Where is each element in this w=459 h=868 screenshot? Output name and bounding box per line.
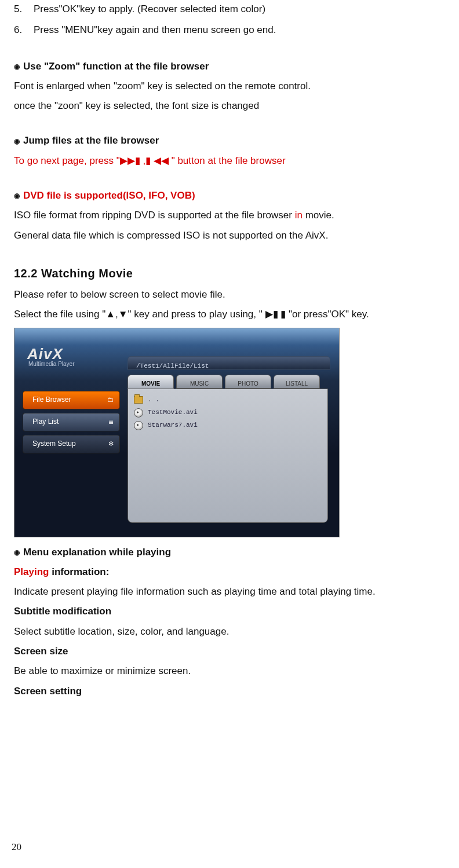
subsection-playing-info: Playing information: [14,563,449,581]
subsection-screen-setting: Screen setting [14,682,449,701]
app-screenshot: AivX Multimedia Player File Browser 🗀 Pl… [14,328,340,537]
body-text: once the "zoon" key is selected, the fon… [14,97,449,115]
tab-bar: MOVIE MUSIC PHOTO LISTALL [128,375,320,389]
sidebar-item-file-browser[interactable]: File Browser 🗀 [23,391,120,409]
sidebar-item-label: System Setup [32,437,76,451]
path-bar: /Test1/AllFile/List [128,356,330,370]
text-fragment: To go next page, press " [14,155,120,166]
body-text: ISO file format from ripping DVD is supp… [14,206,449,225]
body-text: To go next page, press "▶▶▮ ,▮ ◀◀ " butt… [14,152,449,170]
text-fragment: information: [49,566,109,577]
text-fragment: movie. [303,210,334,221]
heading-text: DVD file is supported(ISO, IFO, VOB) [23,190,195,201]
section-dvd-title: ◉DVD file is supported(ISO, IFO, VOB) [14,186,449,205]
body-text: General data file which is compressed IS… [14,226,449,245]
subsection-subtitle: Subtitle modification [14,602,449,621]
body-text: Font is enlarged when "zoom" key is sele… [14,77,449,96]
section-heading: 12.2 Watching Movie [14,262,449,284]
list-number: 6. [14,21,34,39]
file-name: . . [148,394,159,406]
list-item-parent[interactable]: . . [134,394,322,406]
list-item[interactable]: Starwars7.avi [134,419,322,432]
app-tagline: Multimedia Player [28,358,74,369]
folder-icon [134,396,143,404]
document-page: 5. Press"OK"key to apply. (Recover selec… [0,0,459,701]
gear-icon: ✻ [108,438,114,450]
movie-file-icon [134,408,143,417]
heading-text: Use "Zoom" function at the file browser [23,61,209,72]
tab-movie[interactable]: MOVIE [128,375,174,389]
text-fragment: ISO file format from ripping DVD is supp… [14,210,295,221]
text-fragment: " button at the file browser [169,155,286,166]
list-text: Press"OK"key to apply. (Recover selected… [34,0,449,19]
text-fragment: in [295,210,303,221]
heading-text: Menu explanation while playing [23,547,171,558]
tab-photo[interactable]: PHOTO [225,375,271,389]
sidebar-item-system-setup[interactable]: System Setup ✻ [23,435,120,453]
subsection-screen-size: Screen size [14,642,449,661]
tab-listall[interactable]: LISTALL [274,375,320,389]
bullet-icon: ◉ [14,546,23,559]
file-list-panel: . . TestMovie.avi Starwars7.avi [128,389,328,523]
tab-music[interactable]: MUSIC [176,375,223,389]
list-number: 5. [14,0,34,19]
folder-icon: 🗀 [107,394,114,406]
body-text: Be able to maximize or minimize screen. [14,662,449,680]
list-icon: ≣ [108,416,114,428]
list-text: Press "MENU"key again and then menu scre… [34,21,449,39]
file-name: Starwars7.avi [148,419,198,431]
section-jump-title: ◉Jump files at the file browser [14,131,449,150]
file-name: TestMovie.avi [148,406,198,419]
body-text: Indicate present playing file informatio… [14,583,449,601]
bullet-icon: ◉ [14,60,23,74]
sidebar-item-label: Play List [32,415,59,428]
list-item: 6. Press "MENU"key again and then menu s… [14,21,449,39]
text-fragment: Playing [14,566,49,577]
body-text: Please refer to below screen to select m… [14,285,449,304]
body-text: Select subtitle location, size, color, a… [14,622,449,641]
movie-file-icon [134,421,143,430]
section-zoom-title: ◉Use "Zoom" function at the file browser [14,57,449,76]
section-menu-title: ◉Menu explanation while playing [14,543,449,562]
list-item[interactable]: TestMovie.avi [134,406,322,419]
body-text: Select the file using "▲,▼" key and pres… [14,305,449,324]
heading-text: Jump files at the file browser [23,135,159,146]
page-number: 20 [12,838,21,856]
sidebar-item-play-list[interactable]: Play List ≣ [23,413,120,431]
nav-symbols-icon: ▶▶▮ ,▮ ◀◀ [120,155,169,166]
list-item: 5. Press"OK"key to apply. (Recover selec… [14,0,449,19]
bullet-icon: ◉ [14,189,23,203]
bullet-icon: ◉ [14,135,23,148]
sidebar-item-label: File Browser [32,393,71,406]
